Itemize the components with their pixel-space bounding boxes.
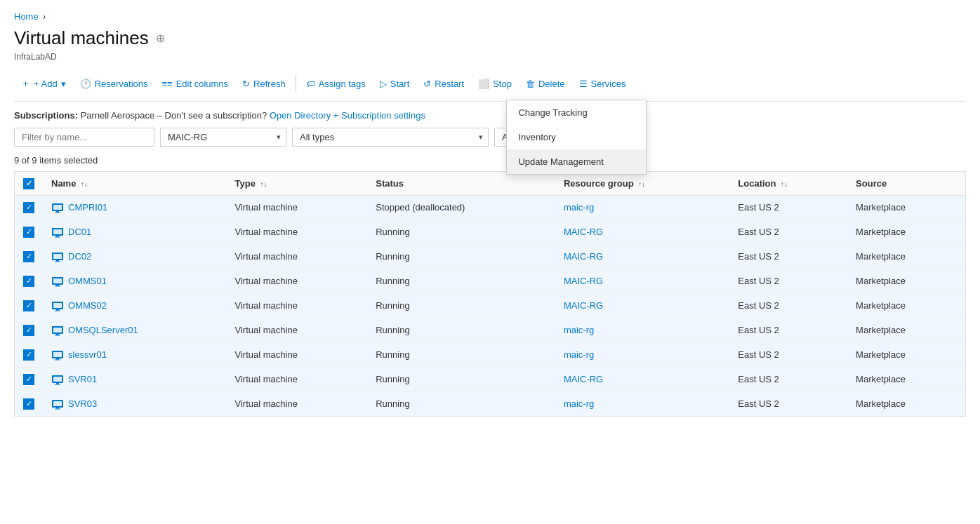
row-checkbox[interactable]: [23, 398, 34, 410]
home-link[interactable]: Home: [14, 11, 39, 22]
pin-icon[interactable]: ⊕: [156, 32, 165, 45]
row-status-cell: Running: [367, 269, 555, 293]
resource-group-link[interactable]: MAIC-RG: [564, 374, 603, 384]
vm-name-link[interactable]: OMMS01: [68, 276, 107, 286]
resource-group-link[interactable]: maic-rg: [564, 349, 594, 360]
filters-bar: MAIC-RG ▾ All types ▾ All locations ▾: [14, 128, 966, 147]
types-filter[interactable]: All types: [292, 128, 489, 147]
vm-icon: [51, 275, 64, 288]
resource-group-link[interactable]: maic-rg: [564, 398, 594, 409]
row-name-cell: OMSQLServer01: [43, 318, 227, 342]
row-location-cell: East US 2: [729, 342, 847, 367]
row-name-cell: SVR01: [43, 367, 227, 391]
table-row: CMPRI01 Virtual machineStopped (dealloca…: [15, 195, 965, 220]
row-source-cell: Marketplace: [847, 391, 965, 416]
svg-rect-5: [53, 229, 62, 234]
row-location-cell: East US 2: [729, 391, 847, 416]
stop-icon: ⬜: [478, 79, 489, 89]
breadcrumb-separator: ›: [43, 11, 46, 22]
svg-rect-19: [55, 310, 60, 311]
vm-name-link[interactable]: DC02: [68, 251, 91, 262]
svg-rect-11: [55, 261, 60, 262]
refresh-button[interactable]: ↻ Refresh: [235, 74, 293, 93]
subscriptions-label: Subscriptions:: [14, 110, 78, 121]
svg-rect-18: [56, 309, 59, 311]
row-type-cell: Virtual machine: [227, 220, 368, 244]
resource-group-link[interactable]: MAIC-RG: [564, 300, 603, 311]
rg-sort-icon[interactable]: ↑↓: [638, 180, 645, 188]
row-name-cell: SVR03: [43, 391, 227, 416]
row-checkbox[interactable]: [23, 325, 34, 336]
svg-rect-2: [56, 211, 59, 213]
row-checkbox[interactable]: [23, 349, 34, 361]
vm-icon: [51, 373, 64, 386]
row-checkbox[interactable]: [23, 202, 34, 213]
name-filter-input[interactable]: [14, 128, 154, 147]
name-cell: DC01: [51, 226, 218, 239]
svg-rect-17: [53, 303, 62, 308]
services-menu-item-change-tracking[interactable]: Change Tracking: [507, 100, 646, 125]
restart-button[interactable]: ↺ Restart: [416, 74, 471, 93]
table-row: DC01 Virtual machineRunningMAIC-RGEast U…: [15, 220, 965, 244]
svg-rect-34: [56, 408, 59, 409]
stop-button[interactable]: ⬜ Stop: [471, 74, 519, 93]
row-type-cell: Virtual machine: [227, 195, 368, 220]
svg-rect-27: [55, 359, 60, 360]
select-all-checkbox[interactable]: [23, 178, 34, 189]
resource-group-filter[interactable]: MAIC-RG: [160, 128, 286, 147]
row-status-cell: Running: [367, 367, 555, 391]
vm-name-link[interactable]: SVR01: [68, 374, 97, 384]
row-checkbox[interactable]: [23, 374, 34, 385]
svg-rect-14: [56, 285, 59, 286]
vm-name-link[interactable]: DC01: [68, 227, 91, 237]
resource-group-link[interactable]: MAIC-RG: [564, 251, 603, 262]
vm-icon: [51, 250, 64, 263]
edit-columns-button[interactable]: ≡≡ Edit columns: [155, 74, 236, 93]
add-icon: ＋: [21, 77, 30, 90]
resource-group-link[interactable]: MAIC-RG: [564, 227, 603, 237]
row-type-cell: Virtual machine: [227, 318, 368, 342]
assign-tags-button[interactable]: 🏷 Assign tags: [299, 74, 373, 93]
delete-icon: 🗑: [526, 79, 535, 89]
vm-name-link[interactable]: OMSQLServer01: [68, 325, 138, 335]
services-menu-item-update-management[interactable]: Update Management: [507, 149, 646, 174]
select-all-header[interactable]: [15, 172, 43, 195]
row-checkbox[interactable]: [23, 227, 34, 238]
svg-rect-3: [55, 212, 60, 213]
delete-button[interactable]: 🗑 Delete: [519, 74, 572, 93]
location-sort-icon[interactable]: ↑↓: [781, 180, 788, 188]
vm-name-link[interactable]: SVR03: [68, 398, 97, 409]
vm-name-link[interactable]: slessvr01: [68, 349, 107, 360]
row-source-cell: Marketplace: [847, 342, 965, 367]
row-checkbox[interactable]: [23, 300, 34, 311]
row-location-cell: East US 2: [729, 367, 847, 391]
row-source-cell: Marketplace: [847, 269, 965, 293]
row-status-cell: Running: [367, 318, 555, 342]
resource-group-link[interactable]: maic-rg: [564, 325, 594, 335]
row-location-cell: East US 2: [729, 293, 847, 318]
table-row: OMMS02 Virtual machineRunningMAIC-RGEast…: [15, 293, 965, 318]
reservations-button[interactable]: 🕐 Reservations: [73, 74, 155, 93]
vm-name-link[interactable]: CMPRI01: [68, 202, 107, 213]
add-button[interactable]: ＋ + Add ▾: [14, 73, 73, 94]
row-checkbox[interactable]: [23, 276, 34, 287]
start-button[interactable]: ▷ Start: [373, 74, 416, 93]
resource-group-link[interactable]: MAIC-RG: [564, 276, 603, 286]
assign-tags-icon: 🏷: [306, 79, 315, 89]
open-directory-link[interactable]: Open Directory + Subscription settings: [270, 110, 425, 121]
vm-icon: [51, 300, 64, 312]
row-name-cell: OMMS01: [43, 269, 227, 293]
resource-group-link[interactable]: maic-rg: [564, 202, 594, 213]
name-sort-icon[interactable]: ↑↓: [81, 180, 88, 188]
col-location: Location ↑↓: [729, 172, 847, 195]
services-button[interactable]: ☰ Services: [572, 74, 633, 93]
row-checkbox-cell: [15, 367, 43, 391]
start-icon: ▷: [380, 79, 387, 89]
svg-rect-7: [55, 236, 60, 237]
type-sort-icon[interactable]: ↑↓: [260, 180, 267, 188]
row-checkbox[interactable]: [23, 251, 34, 262]
vm-name-link[interactable]: OMMS02: [68, 300, 107, 311]
row-source-cell: Marketplace: [847, 244, 965, 269]
services-menu-item-inventory[interactable]: Inventory: [507, 125, 646, 149]
svg-rect-6: [56, 236, 59, 237]
